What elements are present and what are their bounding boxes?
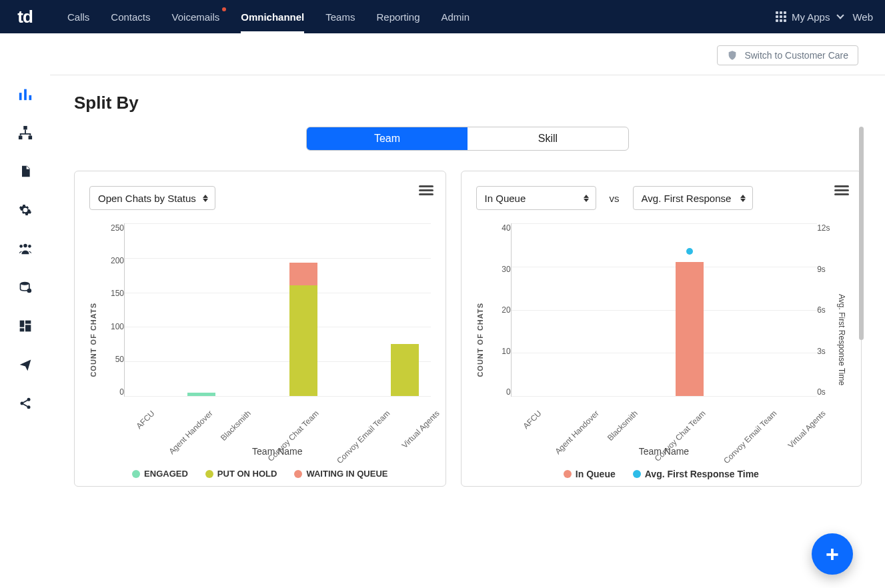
- chart-cards: Open Chats by Status COUNT OF CHATS 2502…: [50, 171, 885, 520]
- tick-label: 3s: [817, 347, 836, 356]
- chart1-metric-select[interactable]: Open Chats by Status: [89, 186, 215, 210]
- tick-label: 250: [101, 223, 124, 233]
- svg-rect-11: [19, 321, 24, 327]
- nav-item-teams[interactable]: Teams: [315, 0, 365, 33]
- svg-point-6: [23, 244, 27, 248]
- tick-label: 200: [101, 256, 124, 265]
- chart2-xcats: AFCUAgent HandoverBlacksmithConvoy Chat …: [511, 401, 818, 410]
- data-point: [686, 248, 693, 255]
- legend-item: WAITING IN QUEUE: [294, 469, 387, 479]
- legend-swatch-icon: [205, 470, 213, 478]
- chart2-right-label: Avg. First Response Time: [642, 193, 734, 204]
- switch-button-label: Switch to Customer Care: [744, 50, 848, 61]
- chart1-ylabel: COUNT OF CHATS: [89, 303, 97, 377]
- sidebar-analytics-icon[interactable]: [18, 87, 33, 101]
- tick-label: 30: [488, 265, 511, 274]
- legend-label: Avg. First Response Time: [645, 469, 759, 479]
- brand-logo: td: [0, 7, 50, 27]
- my-apps-dropdown[interactable]: My Apps: [776, 11, 844, 23]
- sidebar-send-icon[interactable]: [18, 357, 33, 372]
- sidebar: [0, 33, 50, 588]
- legend-swatch-icon: [633, 470, 641, 478]
- apps-grid-icon: [776, 11, 786, 22]
- switch-bar: Switch to Customer Care: [50, 33, 885, 75]
- bar-stack: [391, 344, 419, 396]
- svg-point-15: [20, 402, 23, 405]
- chart2-legend: In QueueAvg. First Response Time: [476, 469, 847, 479]
- select-arrows-icon: [584, 195, 589, 202]
- chart1-xcats: AFCUAgent HandoverBlacksmithConvoy Chat …: [124, 401, 431, 410]
- tick-label: 10: [488, 347, 511, 356]
- tick-label: 9s: [817, 265, 836, 274]
- bar-segment: [676, 262, 704, 397]
- page-title: Split By: [50, 75, 885, 127]
- legend-label: WAITING IN QUEUE: [306, 469, 387, 479]
- bar-stack: [187, 393, 215, 396]
- sidebar-settings-icon[interactable]: [18, 203, 33, 217]
- bar-stack: [676, 262, 704, 397]
- category-label: Blacksmith: [219, 409, 253, 443]
- bar-segment: [391, 344, 419, 396]
- sidebar-group-icon[interactable]: [18, 241, 33, 256]
- svg-point-8: [28, 245, 31, 248]
- scrollbar-thumb[interactable]: [859, 127, 864, 340]
- category-label: Virtual Agents: [399, 409, 441, 450]
- select-arrows-icon: [203, 195, 208, 202]
- chart2-rylabel: Avg. First Response Time: [837, 294, 846, 385]
- category-label: Convoy Email Team: [722, 409, 778, 465]
- svg-rect-5: [28, 136, 32, 140]
- chart-card-queue-response: In Queue vs Avg. First Response Time COU…: [461, 171, 862, 487]
- chart1-metric-label: Open Chats by Status: [98, 193, 196, 204]
- chart-menu-icon[interactable]: [419, 183, 433, 197]
- chart1: COUNT OF CHATS 250200150100500 AFCUAgent…: [89, 223, 431, 457]
- segment-option-team[interactable]: Team: [307, 127, 468, 150]
- tick-label: 0s: [817, 387, 836, 397]
- chart2-ry-ticks: 12s9s6s3s0s: [817, 223, 836, 397]
- nav-item-contacts[interactable]: Contacts: [100, 0, 161, 33]
- bar-segment: [289, 263, 317, 285]
- nav-item-reporting[interactable]: Reporting: [365, 0, 430, 33]
- category-label: Convoy Email Team: [335, 409, 391, 465]
- nav-item-voicemails[interactable]: Voicemails: [161, 0, 231, 33]
- chart1-legend: ENGAGEDPUT ON HOLDWAITING IN QUEUE: [89, 469, 431, 479]
- sidebar-document-icon[interactable]: [18, 164, 33, 179]
- bar-stack: [289, 263, 317, 396]
- category-label: Blacksmith: [606, 409, 640, 443]
- switch-customer-care-button[interactable]: Switch to Customer Care: [717, 45, 858, 65]
- main-content: Switch to Customer Care Split By TeamSki…: [50, 33, 885, 588]
- svg-rect-13: [25, 325, 31, 331]
- segment-option-skill[interactable]: Skill: [468, 127, 628, 150]
- sidebar-sitemap-icon[interactable]: [18, 125, 33, 140]
- split-by-segmented: TeamSkill: [306, 127, 629, 151]
- nav-item-admin[interactable]: Admin: [431, 0, 481, 33]
- tick-label: 40: [488, 223, 511, 233]
- chevron-down-icon: [837, 11, 844, 19]
- legend-label: PUT ON HOLD: [217, 469, 277, 479]
- sidebar-dashboard-icon[interactable]: [18, 319, 33, 333]
- legend-label: In Queue: [576, 469, 616, 479]
- nav-item-calls[interactable]: Calls: [57, 0, 100, 33]
- chart1-plotarea: [124, 223, 431, 397]
- svg-point-9: [20, 282, 29, 285]
- chart2-right-select[interactable]: Avg. First Response Time: [633, 186, 753, 210]
- sidebar-database-icon[interactable]: [18, 280, 33, 295]
- legend-item: Avg. First Response Time: [633, 469, 759, 479]
- sidebar-share-icon[interactable]: [18, 396, 33, 411]
- chart2-left-select[interactable]: In Queue: [476, 186, 596, 210]
- bar-segment: [187, 393, 215, 396]
- chart2: COUNT OF CHATS 403020100 AFCUAgent Hando…: [476, 223, 847, 457]
- legend-item: In Queue: [564, 469, 616, 479]
- svg-rect-4: [18, 136, 22, 140]
- svg-point-10: [27, 289, 31, 293]
- select-arrows-icon: [740, 195, 746, 202]
- nav-right: My Apps Web: [776, 11, 873, 23]
- legend-label: ENGAGED: [144, 469, 188, 479]
- tick-label: 0: [488, 387, 511, 397]
- svg-point-7: [19, 245, 23, 248]
- svg-point-16: [27, 398, 30, 401]
- chart-menu-icon[interactable]: [834, 183, 849, 197]
- fab-add-button[interactable]: +: [812, 533, 853, 575]
- nav-item-omnichannel[interactable]: Omnichannel: [230, 0, 315, 33]
- nav-right-extra[interactable]: Web: [852, 11, 873, 23]
- tick-label: 20: [488, 305, 511, 315]
